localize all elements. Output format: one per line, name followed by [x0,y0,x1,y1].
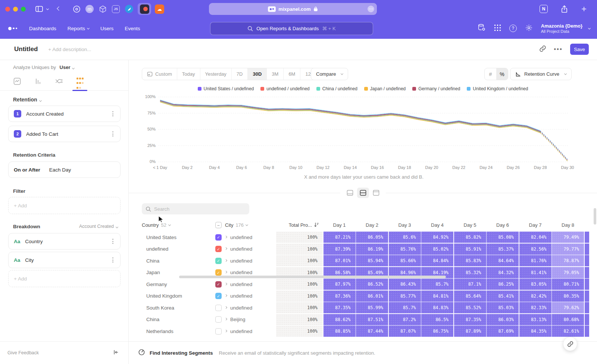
cell-retention-value[interactable]: 84.32% [487,267,519,278]
cell-retention-value[interactable]: 87.2% [389,314,421,325]
more-options-button[interactable]: ••• [554,46,563,53]
column-header-day[interactable]: Day 1 [323,222,356,228]
cell-country[interactable]: China [142,255,211,266]
cell-retention-value[interactable]: 88.62% [323,314,356,325]
cell-retention-value[interactable]: 85.32% [454,267,486,278]
add-description[interactable]: + Add description... [48,47,91,52]
cell-retention-value[interactable]: 86.52% [356,279,388,290]
cell-retention-value[interactable]: 86.19% [356,244,388,255]
column-header-day[interactable]: Day 4 [421,222,453,228]
page-title[interactable]: Untitled [14,46,38,53]
split-view-button[interactable] [357,188,369,198]
expand-row-icon[interactable] [225,247,227,250]
cell-country[interactable]: undefined [142,244,211,255]
cell-retention-value[interactable]: 87.35% [323,302,356,313]
zoom-window-button[interactable] [21,7,26,12]
project-switcher[interactable]: Amazonia {Demo} All Project Data [541,23,590,34]
cell-country[interactable]: China [142,314,211,325]
range-30d[interactable]: 30D [248,68,267,80]
breakdown-menu-icon[interactable] [111,256,115,264]
row-checkbox[interactable] [215,316,222,323]
retention-section-header[interactable]: Retention [13,97,41,103]
cell-retention-value[interactable]: 86.03% [487,314,519,325]
minimize-window-button[interactable] [13,7,18,12]
cell-retention-value[interactable]: 85.94% [356,255,388,266]
chart-type-dropdown[interactable]: Retention Curve [510,68,572,80]
analyze-value-dropdown[interactable]: User [60,65,71,70]
column-header-day[interactable]: Day 7 [519,222,551,228]
cell-retention-value[interactable]: 87.97% [323,279,356,290]
cell-retention-value[interactable]: 85.7% [421,279,453,290]
cell-retention-value[interactable]: 79.62% [552,302,584,313]
range-today[interactable]: Today [177,68,200,80]
retention-criteria-card[interactable]: On or After Each Day [8,161,121,178]
cell-retention-value[interactable]: 79.49% [552,232,584,243]
cell-retention-value[interactable]: 83.05% [519,279,551,290]
row-checkbox[interactable]: ✓ [215,246,222,252]
cell-retention-value[interactable]: 85.41% [487,291,519,302]
breakdown-city[interactable]: Aa City [8,252,121,268]
breakdown-menu-icon[interactable] [111,237,115,245]
cell-retention-value[interactable]: 85.7% [389,302,421,313]
cell-retention-value[interactable]: 87.69% [487,326,519,337]
expand-row-icon[interactable] [225,235,227,238]
cell-retention-value[interactable]: 87.01% [323,255,356,266]
chart-only-view-button[interactable] [344,188,356,198]
cell-retention-value[interactable]: 87.36% [323,291,356,302]
cell-retention-value[interactable]: 85.64% [454,291,486,302]
range-7d[interactable]: 7D [232,68,248,80]
row-checkbox[interactable] [215,328,222,335]
global-search-button[interactable]: Open Reports & Dashboards ⌘ + K [210,22,373,35]
column-header-country[interactable]: Country 52 [142,222,211,228]
cell-retention-value[interactable]: 81.41% [519,267,551,278]
cell-country[interactable]: Germany [142,279,211,290]
cell-retention-value[interactable]: 85.08% [487,232,519,243]
search-input[interactable] [154,206,240,212]
sidebar-toggle-icon[interactable] [35,6,43,12]
cell-retention-value[interactable]: 84.84% [421,255,453,266]
cell-retention-value[interactable]: 80.71% [552,279,584,290]
column-header-day[interactable]: Day 6 [487,222,519,228]
cell-retention-value[interactable]: 86.25% [487,279,519,290]
cell-country[interactable]: South Korea [142,302,211,313]
cell-retention-value[interactable]: 84.64% [487,255,519,266]
cell-retention-value[interactable]: 85.66% [389,255,421,266]
expand-row-icon[interactable] [225,294,227,297]
legend-item[interactable]: Japan / undefined [364,86,406,91]
cell-retention-value[interactable]: 86.01% [356,291,388,302]
cell-retention-value[interactable]: 82.33% [519,302,551,313]
cell-country[interactable]: Netherlands [142,326,211,337]
step-menu-icon[interactable] [111,110,115,118]
series-line[interactable] [540,133,568,161]
series-line[interactable] [540,131,568,160]
cell-retention-value[interactable]: 85.03% [487,302,519,313]
series-line[interactable] [540,132,568,160]
share-fab-button[interactable] [563,337,577,351]
cell-retention-value[interactable]: 87.44% [356,326,388,337]
notion-icon[interactable]: N [540,5,548,13]
legend-item[interactable]: China / undefined [316,86,357,91]
add-breakdown-button[interactable]: + Add [8,270,121,287]
cell-retention-value[interactable]: 86.5% [421,314,453,325]
vertical-scrollbar[interactable] [594,208,596,225]
row-checkbox[interactable]: ✓ [215,258,222,264]
percent-format-button[interactable]: % [496,68,508,80]
cell-retention-value[interactable]: 82.56% [519,244,551,255]
column-header-total[interactable]: Total Pro... [276,222,323,228]
chevron-down-icon[interactable] [46,7,49,10]
retention-step-1[interactable]: 1 Account Created [8,106,121,122]
expand-row-icon[interactable] [225,271,227,273]
extension-box-icon[interactable] [99,5,107,13]
legend-item[interactable]: Germany / undefined [412,86,460,91]
cell-retention-value[interactable]: 82.61% [552,326,584,337]
expand-row-icon[interactable] [225,259,227,261]
retention-step-2[interactable]: 2 Added To Cart [8,126,121,142]
cell-retention-value[interactable]: 79.77% [552,244,584,255]
help-icon[interactable]: ? [509,25,517,32]
back-icon[interactable] [57,6,61,10]
cell-retention-value[interactable]: 86.43% [389,279,421,290]
cell-retention-value[interactable]: 78.87% [552,255,584,266]
page-options-icon[interactable] [368,6,374,12]
cell-retention-value[interactable]: 80.68% [552,314,584,325]
number-format-button[interactable]: # [485,68,496,80]
